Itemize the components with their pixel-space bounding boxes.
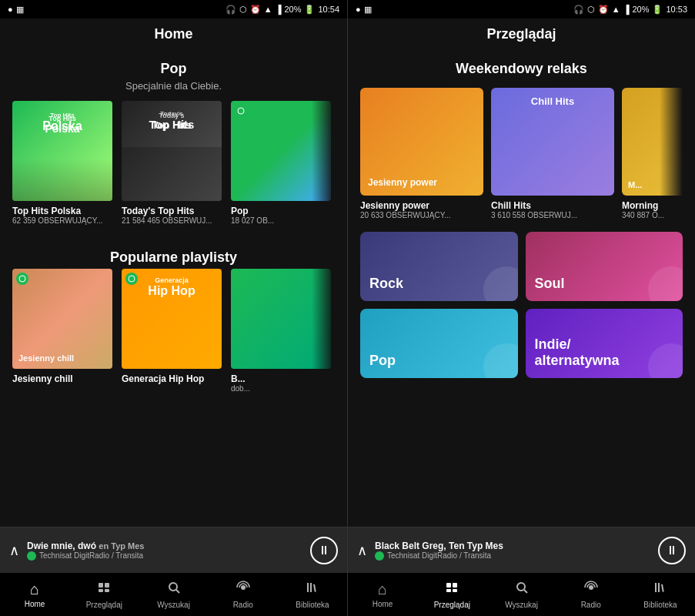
card-jesienny-chill[interactable]: Jesienny chill Jesienny chill: [12, 269, 112, 393]
nav-search-label-left: Wyszukaj: [157, 601, 190, 609]
bottom-nav-right: ⌂ Home Przeglądaj Wyszukaj: [348, 573, 695, 616]
status-bar-right: ● ▦ 🎧 ⬡ ⏰ ▲ ▐ 20% 🔋 10:53: [348, 0, 695, 18]
status-icons-left: ● ▦: [8, 5, 24, 15]
svg-line-10: [176, 590, 179, 593]
card-title-hip-hop: Generacja Hip Hop: [122, 373, 222, 384]
search-icon-right: [514, 580, 530, 599]
card-sub-jesienny-power: 20 633 OBSERWUJĄCY...: [360, 211, 483, 219]
card-jesienny-power[interactable]: Jesienny power Jesienny power 20 633 OBS…: [360, 88, 483, 219]
nav-przegladaj-right[interactable]: Przeglądaj: [417, 580, 486, 609]
card-sub-b-dob: dob...: [231, 384, 331, 393]
nav-search-label-right: Wyszukaj: [505, 601, 538, 609]
card-title-jesienny-chill: Jesienny chill: [12, 373, 112, 384]
svg-rect-24: [655, 583, 657, 592]
library-icon-left: [305, 580, 320, 599]
alarm-icon-r: ⏰: [598, 5, 609, 15]
headphone-icon: 🎧: [226, 5, 236, 15]
svg-rect-12: [307, 583, 309, 592]
battery-icon-r: 🔋: [652, 5, 663, 15]
popular-section-title: Popularne playlisty: [12, 249, 335, 266]
genre-soul[interactable]: Soul: [526, 232, 683, 301]
alarm-icon: ⏰: [250, 5, 261, 15]
now-playing-title-left: Dwie mnie, dwó en Typ Mes: [27, 541, 304, 551]
nav-home-right[interactable]: ⌂ Home: [348, 581, 417, 608]
svg-point-23: [589, 585, 593, 590]
right-content: Weekendowy relaks Jesienny power: [348, 49, 695, 527]
pop-section-title: Pop: [12, 61, 335, 77]
genre-rock-decoration: [483, 266, 518, 301]
status-icons-right: ● ▦: [356, 5, 372, 15]
card-img-hip-hop: [122, 269, 222, 369]
genre-soul-decoration: [648, 266, 683, 301]
card-img-jesienny-chill: Jesienny chill: [12, 269, 112, 369]
popular-section: Popularne playlisty Jesienny chill: [0, 237, 347, 405]
card-title-chill-hits: Chill Hits: [491, 200, 614, 211]
nav-biblioteka-left[interactable]: Biblioteka: [278, 580, 347, 609]
pop-section-subtitle: Specjalnie dla Ciebie.: [12, 80, 335, 92]
svg-rect-20: [453, 589, 457, 592]
now-playing-sub-right: Technisat DigitRadio / Transita: [375, 551, 652, 561]
nav-wyszukaj-right[interactable]: Wyszukaj: [486, 580, 556, 609]
chill-hits-text: Chill Hits: [531, 95, 574, 107]
genre-grid: Rock Soul Pop Indie/ alternatywna: [348, 232, 695, 387]
svg-point-21: [517, 583, 525, 591]
pause-button-right[interactable]: ⏸: [658, 537, 686, 564]
card-todays-top-hits[interactable]: Today's Top Hits Today's Top Hits 21 584…: [122, 101, 222, 225]
nav-home-label-left: Home: [25, 600, 45, 608]
card-img-pop: [231, 101, 331, 201]
nav-home-left[interactable]: ⌂ Home: [0, 581, 69, 608]
wifi-icon-r: ▲: [612, 5, 620, 14]
card-hip-hop[interactable]: Generacja Hip Hop: [122, 269, 222, 393]
chevron-up-icon-left[interactable]: ∧: [9, 542, 19, 559]
weekendowy-cards-row: Jesienny power Jesienny power 20 633 OBS…: [360, 88, 683, 226]
svg-point-11: [241, 585, 246, 590]
jesienny-power-bg: Jesienny power: [360, 88, 483, 196]
chevron-up-icon-right[interactable]: ∧: [357, 542, 367, 559]
card-title-b-dob: B...: [231, 373, 331, 384]
spotify-badge-5: [125, 273, 138, 285]
genre-pop[interactable]: Pop: [360, 309, 518, 378]
svg-rect-8: [105, 589, 109, 592]
status-right-left: 🎧 ⬡ ⏰ ▲ ▐ 20% 🔋 10:54: [226, 5, 339, 15]
card-title-top-hits-polska: Top Hits Polska: [12, 206, 112, 216]
card-sub-pop: 18 027 OB...: [231, 216, 331, 225]
now-playing-right[interactable]: ∧ Black Belt Greg, Ten Typ Mes Technisat…: [348, 527, 695, 573]
card-top-hits-polska[interactable]: Top Hits Polska Top Hits Polska 62 359 O…: [12, 101, 112, 225]
time-left: 10:54: [318, 5, 339, 14]
card-sub-todays-top: 21 584 465 OBSERWUJ...: [122, 216, 222, 225]
now-playing-sub-left: Technisat DigitRadio / Transita: [27, 551, 304, 561]
nav-radio-left[interactable]: Radio: [209, 580, 278, 609]
time-right: 10:53: [666, 5, 687, 14]
spotify-badge-3: [235, 105, 247, 117]
svg-point-2: [238, 108, 244, 114]
jesienny-power-text: Jesienny power: [368, 177, 437, 188]
b-dob-bg: [231, 269, 331, 369]
genre-pop-label: Pop: [369, 353, 396, 369]
spotify-status-icon-r: ●: [356, 5, 361, 14]
card-img-todays-top-hits: Today's Top Hits: [122, 101, 222, 201]
chill-hits-bg: Chill Hits: [491, 88, 614, 196]
popular-cards-row: Jesienny chill Jesienny chill: [12, 269, 335, 399]
genre-indie[interactable]: Indie/ alternatywna: [526, 309, 683, 378]
pop-cards-row: Top Hits Polska Top Hits Polska 62 359 O…: [12, 101, 335, 231]
svg-rect-13: [310, 583, 312, 592]
card-pop[interactable]: Pop 18 027 OB...: [231, 101, 331, 225]
pause-button-left[interactable]: ⏸: [310, 537, 338, 564]
left-header: Home: [0, 18, 347, 49]
nav-radio-right[interactable]: Radio: [556, 580, 626, 609]
radio-icon-right: [583, 580, 599, 599]
card-b-dob[interactable]: B... dob...: [231, 269, 331, 393]
card-chill-hits[interactable]: Chill Hits Chill Hits 3 610 558 OBSERWUJ…: [491, 88, 614, 219]
morning-bg: M...: [622, 88, 683, 196]
now-playing-left[interactable]: ∧ Dwie mnie, dwó en Typ Mes Technisat Di…: [0, 527, 347, 573]
signal-icon: ▐: [276, 5, 282, 14]
nav-wyszukaj-left[interactable]: Wyszukaj: [139, 580, 208, 609]
card-morning[interactable]: M... Morning 340 887 O...: [622, 88, 683, 219]
headphone-icon-r: 🎧: [573, 5, 584, 15]
right-title: Przeglądaj: [348, 26, 695, 42]
svg-rect-7: [99, 589, 103, 592]
nav-przegladaj-left[interactable]: Przeglądaj: [69, 580, 139, 609]
genre-rock[interactable]: Rock: [360, 232, 518, 301]
nav-biblioteka-right[interactable]: Biblioteka: [626, 580, 695, 609]
green-dot-left: [27, 551, 36, 561]
